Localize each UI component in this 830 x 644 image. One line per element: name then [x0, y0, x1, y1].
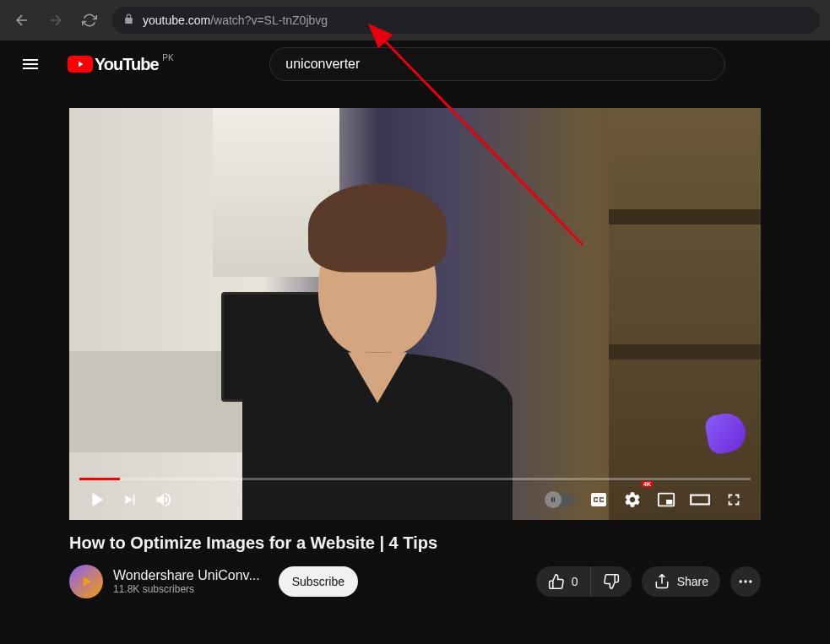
youtube-header: YouTube PK uniconverter	[0, 41, 830, 88]
theater-mode-button[interactable]	[683, 483, 717, 517]
country-code: PK	[162, 53, 173, 62]
channel-name[interactable]: Wondershare UniConv...	[113, 568, 260, 583]
more-actions-button[interactable]	[730, 566, 761, 597]
subscribe-button[interactable]: Subscribe	[279, 566, 358, 597]
main-content: 0:00 / 6:48 4K	[0, 88, 830, 598]
dislike-button[interactable]	[591, 566, 632, 597]
url-domain: youtube.com	[143, 14, 210, 27]
video-frame	[69, 108, 761, 520]
svg-rect-0	[691, 495, 709, 505]
autoplay-toggle[interactable]	[545, 494, 575, 506]
browser-chrome-bar: youtube.com/watch?v=SL-tnZ0jbvg	[0, 0, 830, 41]
settings-button[interactable]: 4K	[616, 483, 649, 517]
pause-icon	[545, 491, 561, 508]
youtube-wordmark: YouTube	[95, 55, 159, 74]
video-player[interactable]: 0:00 / 6:48 4K	[69, 108, 761, 520]
like-count: 0	[572, 575, 578, 588]
share-button[interactable]: Share	[642, 566, 720, 597]
like-button[interactable]: 0	[536, 566, 591, 597]
play-button[interactable]	[79, 483, 113, 517]
lock-icon	[123, 14, 134, 27]
fullscreen-button[interactable]	[717, 483, 751, 517]
svg-point-1	[740, 580, 742, 582]
browser-reload-button[interactable]	[78, 8, 101, 32]
volume-button[interactable]	[147, 483, 181, 517]
next-button[interactable]	[113, 483, 147, 517]
quality-badge: 4K	[642, 481, 653, 487]
youtube-logo[interactable]: YouTube PK	[68, 55, 159, 74]
miniplayer-button[interactable]	[649, 483, 683, 517]
current-time: 0:00	[187, 494, 209, 506]
url-path: /watch?v=SL-tnZ0jbvg	[210, 14, 328, 27]
video-meta-row: Wondershare UniConv... 11.8K subscribers…	[69, 565, 761, 598]
search-input[interactable]: uniconverter	[269, 47, 725, 81]
video-controls: 0:00 / 6:48 4K	[69, 479, 761, 520]
like-dislike-group: 0	[536, 566, 632, 597]
search-value: uniconverter	[285, 57, 360, 72]
time-display: 0:00 / 6:48	[181, 494, 246, 506]
browser-back-button[interactable]	[10, 8, 34, 32]
channel-subscribers: 11.8K subscribers	[113, 583, 260, 595]
captions-button[interactable]	[582, 483, 616, 517]
svg-point-3	[749, 580, 751, 582]
channel-avatar[interactable]	[69, 565, 103, 598]
browser-forward-button[interactable]	[44, 8, 68, 32]
share-label: Share	[677, 575, 708, 588]
duration: 6:48	[218, 494, 239, 506]
svg-point-2	[744, 580, 746, 582]
url-text: youtube.com/watch?v=SL-tnZ0jbvg	[143, 14, 328, 27]
browser-url-bar[interactable]: youtube.com/watch?v=SL-tnZ0jbvg	[111, 7, 820, 34]
video-title: How to Optimize Images for a Website | 4…	[69, 533, 761, 553]
youtube-play-icon	[68, 56, 93, 73]
hamburger-menu-button[interactable]	[14, 47, 47, 81]
